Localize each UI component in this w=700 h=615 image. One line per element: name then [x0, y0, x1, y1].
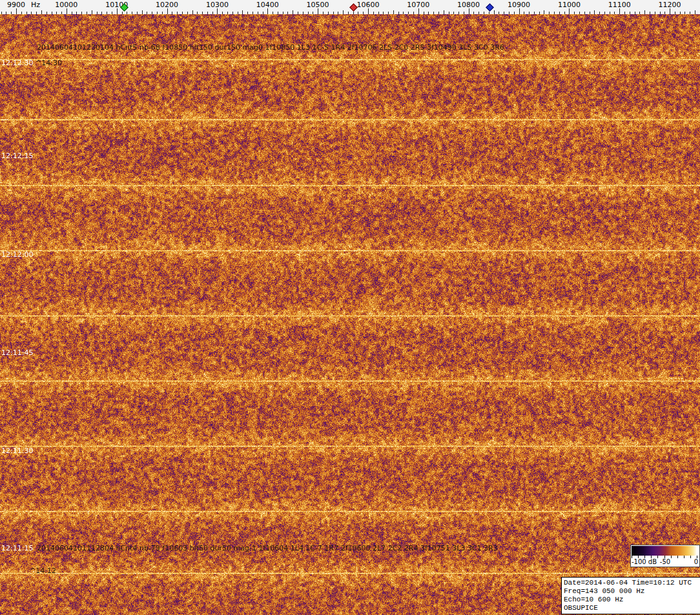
time-label: 12:11:45	[1, 348, 33, 357]
ruler-tick-label: 10900	[508, 1, 530, 9]
spectrogram-canvas[interactable]	[0, 14, 700, 615]
time-label: 12:11:15	[1, 544, 33, 552]
ruler-tick	[217, 8, 218, 14]
frequency-ruler: Hz 9900100001010010200103001040010500106…	[0, 0, 700, 14]
ruler-tick-label: 10200	[156, 1, 178, 9]
time-label: 12:12:15	[1, 152, 33, 160]
info-line-station: OBSUPICE	[564, 604, 698, 612]
spectrogram-area: 12:12:3012:12:1512:12:0012:11:4512:11:30…	[0, 14, 700, 615]
info-line-date: Date=2014-06-04 Time=10:12 UTC	[564, 579, 698, 587]
ruler-tick	[619, 8, 620, 14]
info-line-freq: Freq=143 050 000 Hz	[564, 587, 698, 596]
ruler-tick	[167, 8, 168, 14]
colorbar-gradient	[632, 546, 697, 556]
ruler-tick	[117, 8, 118, 14]
info-box: Date=2014-06-04 Time=10:12 UTC Freq=143 …	[561, 577, 700, 614]
ruler-tick-label: 10600	[356, 1, 379, 9]
ruler-tick-label: 10000	[55, 1, 77, 9]
ruler-tick	[318, 8, 318, 14]
ruler-tick	[569, 8, 570, 14]
ruler-tick	[519, 8, 520, 14]
colorbar-label-mid: -50	[660, 558, 670, 565]
colorbar-label-min: -100 dB	[632, 558, 657, 565]
ruler-tick	[368, 8, 369, 14]
colorbar-labels: -100 dB -50 0	[632, 558, 699, 566]
ruler-tick-label: 10400	[256, 1, 279, 9]
detection-annotation: 20140604101230104 hCnt5 nb-68 f10850 hit…	[37, 43, 504, 52]
ruler-tick	[670, 8, 670, 14]
info-line-echo: Echo=10 600 Hz	[564, 596, 698, 604]
time-label: 12:12:30	[1, 59, 33, 67]
ruler-tick	[469, 8, 469, 14]
ruler-tick-label: 10800	[457, 1, 480, 9]
time-label: 12:12:00	[1, 250, 33, 259]
ruler-tick-label: 9900	[7, 1, 25, 9]
ruler-tick-label: 11200	[659, 1, 681, 9]
ruler-tick-label: 11100	[608, 1, 631, 9]
frequency-marker-blue[interactable]	[486, 3, 494, 12]
ruler-tick	[267, 8, 268, 14]
peak-marker: ^14:12	[30, 567, 56, 575]
ruler-tick	[418, 8, 419, 14]
ruler-tick-label: 10300	[206, 1, 229, 9]
ruler-tick	[67, 8, 67, 14]
ruler-tick-label: 10500	[307, 1, 329, 9]
colorbar: -100 dB -50 0	[630, 545, 700, 567]
time-label: 12:11:30	[1, 447, 33, 455]
ruler-tick-label: 11000	[558, 1, 581, 9]
peak-marker: ^14:30	[36, 59, 62, 67]
ruler-unit-label: Hz	[31, 1, 40, 9]
ruler-tick-label: 10700	[407, 1, 429, 9]
ruler-tick	[16, 8, 17, 14]
detection-annotation: 20140604101112804 hCnt4 nb-79 f10603 hit…	[37, 544, 498, 552]
colorbar-label-max: 0	[694, 558, 698, 565]
